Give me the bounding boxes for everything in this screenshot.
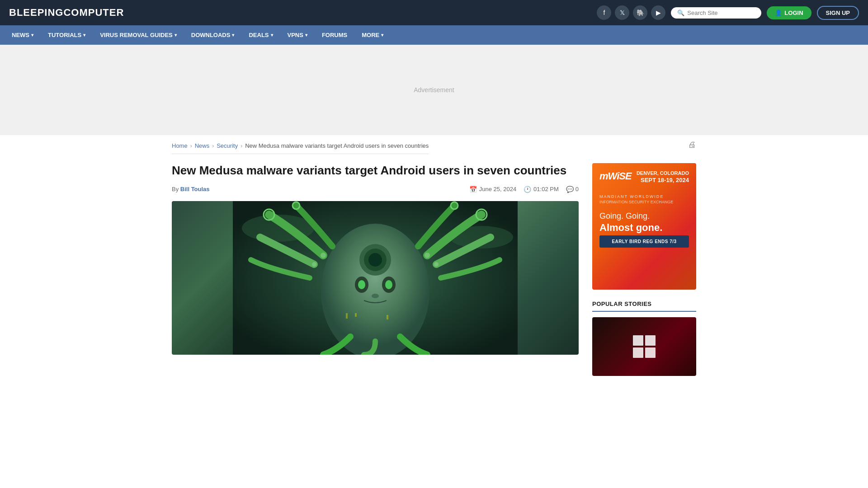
chevron-down-icon: ▾ (31, 33, 33, 38)
search-bar[interactable]: 🔍 (671, 7, 761, 19)
article-date: June 25, 2024 (479, 186, 516, 192)
social-icons: f 𝕏 🐘 ▶ (597, 5, 665, 20)
svg-point-15 (321, 253, 326, 258)
ad-logo: mWiSE (599, 170, 632, 182)
nav-item-more[interactable]: MORE ▾ (354, 25, 391, 45)
svg-rect-20 (355, 313, 357, 317)
clock-icon: 🕐 (524, 186, 531, 193)
breadcrumb: Home › News › Security › New Medusa malw… (172, 135, 429, 154)
chevron-down-icon: ▾ (83, 33, 85, 38)
header-right: f 𝕏 🐘 ▶ 🔍 👤 LOGIN SIGN UP (597, 5, 859, 20)
nav-label-virus: VIRUS REMOVAL GUIDES (100, 32, 173, 38)
ad-location: DENVER, COLORADO (637, 170, 689, 176)
site-header: BLEEPINGCOMPUTER f 𝕏 🐘 ▶ 🔍 👤 LOGIN SIGN … (0, 0, 868, 25)
user-icon: 👤 (775, 9, 782, 16)
ad-tagline-1: Going. Going. (599, 211, 689, 221)
mastodon-icon[interactable]: 🐘 (633, 5, 647, 20)
calendar-icon: 📅 (469, 186, 477, 193)
signup-label: SIGN UP (826, 9, 850, 16)
breadcrumb-sep-1: › (190, 143, 192, 149)
svg-point-14 (368, 253, 382, 267)
main-nav: NEWS ▾ TUTORIALS ▾ VIRUS REMOVAL GUIDES … (0, 25, 868, 45)
ad-subtitle: INFORMATION SECURITY EXCHANGE (599, 200, 689, 204)
breadcrumb-security[interactable]: Security (217, 142, 238, 149)
breadcrumb-sep-2: › (212, 143, 214, 149)
chevron-down-icon: ▾ (271, 33, 273, 38)
comment-count[interactable]: 💬 0 (566, 186, 579, 193)
nav-label-news: NEWS (12, 32, 29, 38)
nav-item-virus-removal[interactable]: VIRUS REMOVAL GUIDES ▾ (93, 25, 184, 45)
breadcrumb-row: Home › News › Security › New Medusa malw… (172, 135, 696, 154)
svg-point-16 (312, 262, 316, 267)
site-logo[interactable]: BLEEPINGCOMPUTER (9, 7, 124, 19)
nav-item-deals[interactable]: DEALS ▾ (241, 25, 280, 45)
signup-button[interactable]: SIGN UP (817, 6, 859, 20)
breadcrumb-home[interactable]: Home (172, 142, 188, 149)
chevron-down-icon: ▾ (232, 33, 234, 38)
logo-thin: BLEEPING (9, 7, 63, 18)
ad-tagline-2: Almost gone. (599, 222, 689, 234)
breadcrumb-sep-3: › (241, 143, 242, 149)
article-image (172, 201, 579, 355)
nav-label-more: MORE (362, 32, 379, 38)
facebook-icon[interactable]: f (597, 5, 611, 20)
svg-point-3 (321, 224, 429, 355)
date-meta: 📅 June 25, 2024 (469, 186, 516, 193)
print-icon[interactable]: 🖨 (688, 140, 696, 150)
login-label: LOGIN (784, 9, 803, 16)
popular-story-image[interactable] (592, 317, 696, 376)
login-button[interactable]: 👤 LOGIN (767, 6, 811, 19)
nav-item-tutorials[interactable]: TUTORIALS ▾ (41, 25, 93, 45)
popular-stories: POPULAR STORIES (592, 300, 696, 376)
nav-label-tutorials: TUTORIALS (48, 32, 81, 38)
svg-rect-21 (387, 315, 388, 319)
time-meta: 🕐 01:02 PM (524, 186, 559, 193)
nav-label-downloads: DOWNLOADS (191, 32, 231, 38)
author-section: By Bill Toulas (172, 186, 210, 192)
chevron-down-icon: ▾ (381, 33, 383, 38)
breadcrumb-news[interactable]: News (195, 142, 210, 149)
article-title: New Medusa malware variants target Andro… (172, 163, 579, 178)
nav-label-deals: DEALS (249, 32, 269, 38)
svg-point-7 (385, 280, 392, 289)
windows-logo-icon (633, 335, 656, 358)
content-layout: New Medusa malware variants target Andro… (172, 163, 696, 376)
breadcrumb-current: New Medusa malware variants target Andro… (245, 142, 429, 149)
search-input[interactable] (687, 9, 755, 16)
youtube-icon[interactable]: ▶ (651, 5, 665, 20)
svg-point-22 (372, 294, 379, 298)
article-main: New Medusa malware variants target Andro… (172, 163, 579, 376)
nav-item-vpns[interactable]: VPNS ▾ (280, 25, 315, 45)
logo-bold: COMPUTER (63, 7, 124, 18)
meta-right: 📅 June 25, 2024 🕐 01:02 PM 💬 0 (469, 186, 579, 193)
svg-point-6 (358, 280, 365, 289)
chevron-down-icon: ▾ (305, 33, 307, 38)
author-link[interactable]: Bill Toulas (180, 186, 210, 192)
comment-number: 0 (576, 186, 579, 192)
popular-stories-header: POPULAR STORIES (592, 300, 696, 312)
svg-rect-19 (346, 313, 348, 319)
nav-label-forums: FORUMS (322, 32, 347, 38)
nav-label-vpns: VPNS (288, 32, 303, 38)
ad-date: SEPT 18-19, 2024 (637, 177, 689, 183)
main-container: Home › News › Security › New Medusa malw… (163, 135, 705, 376)
svg-point-18 (434, 262, 439, 267)
medusa-svg (172, 201, 579, 355)
sidebar: mWiSE DENVER, COLORADO SEPT 18-19, 2024 … (592, 163, 696, 376)
top-ad-banner: Advertisement (0, 45, 868, 135)
article-meta: By Bill Toulas 📅 June 25, 2024 🕐 01:02 P… (172, 186, 579, 193)
sidebar-ad[interactable]: mWiSE DENVER, COLORADO SEPT 18-19, 2024 … (592, 163, 696, 290)
chevron-down-icon: ▾ (175, 33, 177, 38)
ad-brand: MANDIANT WORLDWIDE (599, 194, 689, 199)
twitter-icon[interactable]: 𝕏 (615, 5, 629, 20)
ad-cta-button[interactable]: EARLY BIRD REG ENDS 7/3 (599, 235, 689, 248)
nav-item-downloads[interactable]: DOWNLOADS ▾ (184, 25, 242, 45)
search-icon: 🔍 (677, 9, 684, 16)
author-prefix: By (172, 186, 179, 192)
article-image-container (172, 201, 579, 355)
svg-point-17 (425, 253, 430, 258)
comment-icon: 💬 (566, 186, 574, 193)
article-time: 01:02 PM (533, 186, 559, 192)
nav-item-news[interactable]: NEWS ▾ (5, 25, 41, 45)
nav-item-forums[interactable]: FORUMS (315, 25, 354, 45)
